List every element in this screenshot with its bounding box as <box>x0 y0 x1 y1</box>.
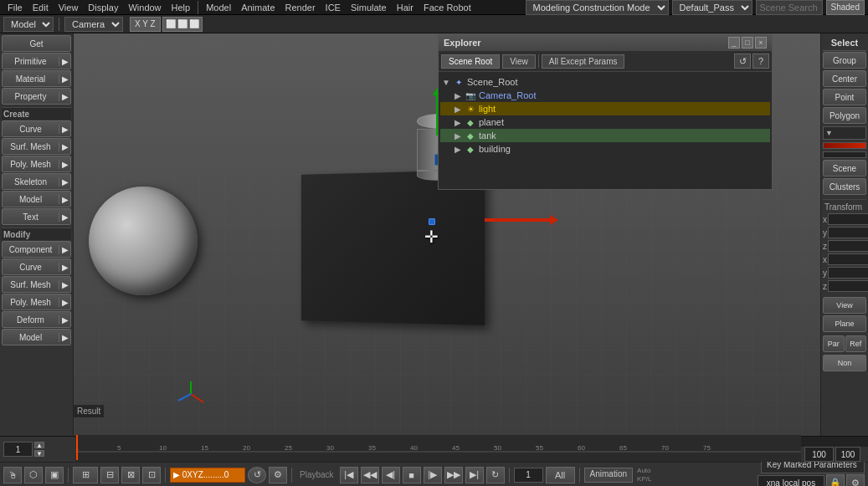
menu-display[interactable]: Display <box>84 2 122 13</box>
pb-stop[interactable]: ■ <box>403 467 421 483</box>
ref-button[interactable]: Ref <box>845 335 867 352</box>
non-button[interactable]: Non <box>823 355 866 371</box>
select-dropdown-field[interactable]: ▼ <box>823 126 866 140</box>
menu-ice[interactable]: ICE <box>321 2 345 13</box>
component-button[interactable]: Component ▶ <box>2 241 71 258</box>
color-slider-1[interactable] <box>823 142 866 149</box>
tab-view[interactable]: View <box>502 54 536 69</box>
z2-value-input[interactable] <box>828 280 868 292</box>
pb-loop[interactable]: ↻ <box>486 467 505 483</box>
plane-button[interactable]: Plane <box>823 315 866 332</box>
explorer-close-button[interactable]: × <box>755 37 767 49</box>
modeling-mode-dropdown[interactable]: Modeling Construction Mode <box>526 0 669 15</box>
explorer-help-button[interactable]: ? <box>752 54 769 69</box>
surf-mesh-button[interactable]: Surf. Mesh ▶ <box>2 138 71 155</box>
skeleton-button[interactable]: Skeleton ▶ <box>2 173 71 190</box>
tree-item-building[interactable]: ▶ ◆ building <box>440 142 770 156</box>
tree-item-light[interactable]: ▶ ☀ light <box>440 102 770 115</box>
tool-btn-4[interactable]: ⊞ <box>73 467 98 483</box>
tool-btn-2[interactable]: ⬡ <box>24 467 43 483</box>
tree-item-camera-root[interactable]: ▶ 📷 Camera_Root <box>440 89 770 102</box>
material-button[interactable]: Material ▶ <box>2 70 71 87</box>
mode-selector[interactable]: Model <box>3 17 54 32</box>
deform-button[interactable]: Deform ▶ <box>2 311 71 328</box>
pb-settings2-button[interactable]: ⚙ <box>846 474 865 486</box>
tree-item-scene-root[interactable]: ▼ ✦ Scene_Root <box>440 75 770 89</box>
viewport[interactable]: ✛ Result Explorer _ □ × Scene Root <box>74 33 820 436</box>
point-button[interactable]: Point <box>823 89 866 105</box>
menu-face-robot[interactable]: Face Robot <box>419 2 475 13</box>
menu-help[interactable]: Help <box>167 2 195 13</box>
xna-local-pos-input[interactable] <box>758 475 824 486</box>
animation-button[interactable]: Animation <box>584 468 633 483</box>
pb-settings-button[interactable]: ⚙ <box>269 467 287 483</box>
explorer-refresh-button[interactable]: ↺ <box>734 54 751 69</box>
poly-mesh-mod-button[interactable]: Poly. Mesh ▶ <box>2 294 71 310</box>
property-button[interactable]: Property ▶ <box>2 88 71 105</box>
menu-edit[interactable]: Edit <box>28 2 53 13</box>
par-button[interactable]: Par <box>823 335 845 352</box>
tab-scene-root[interactable]: Scene Root <box>441 54 500 69</box>
pb-lock-button[interactable]: 🔒 <box>826 474 845 486</box>
default-pass-dropdown[interactable]: Default_Pass <box>672 0 752 15</box>
timeline-end-field[interactable] <box>804 447 834 462</box>
pb-goto-start[interactable]: |◀ <box>340 467 358 483</box>
menu-window[interactable]: Window <box>124 2 165 13</box>
curve-button[interactable]: Curve ▶ <box>2 120 71 137</box>
tool-btn-7[interactable]: ⊡ <box>142 467 161 483</box>
pb-loop-button[interactable]: ↺ <box>248 467 266 483</box>
y2-axis-label: y <box>823 269 827 278</box>
menu-view[interactable]: View <box>54 2 83 13</box>
curve-mod-button[interactable]: Curve ▶ <box>2 258 71 275</box>
z-value-input[interactable] <box>828 240 868 252</box>
x2-value-input[interactable] <box>828 253 868 265</box>
menu-hair[interactable]: Hair <box>393 2 418 13</box>
center-button[interactable]: Center <box>823 70 866 87</box>
poly-mesh-button[interactable]: Poly. Mesh ▶ <box>2 156 71 172</box>
pb-next-frame[interactable]: ▶▶ <box>444 467 463 483</box>
menu-model[interactable]: Model <box>202 2 235 13</box>
primitive-button[interactable]: Primitive ▶ <box>2 53 71 69</box>
scene-button[interactable]: Scene <box>823 160 866 176</box>
clusters-button[interactable]: Clusters <box>823 178 866 195</box>
menu-animate[interactable]: Animate <box>237 2 279 13</box>
auto-label: Auto <box>637 467 651 474</box>
scene-search-input[interactable] <box>756 0 823 15</box>
pb-goto-end[interactable]: ▶| <box>465 467 484 483</box>
text-button[interactable]: Text ▶ <box>2 208 71 225</box>
get-button[interactable]: Get <box>2 35 71 52</box>
pb-prev-key[interactable]: ◀| <box>382 467 400 483</box>
pb-all-button[interactable]: All <box>546 467 575 483</box>
tree-item-planet[interactable]: ▶ ◆ planet <box>440 115 770 129</box>
x-value-input[interactable] <box>828 213 868 225</box>
tool-btn-5[interactable]: ⊟ <box>100 467 119 483</box>
frame-range-input[interactable] <box>170 468 245 483</box>
color-slider-2[interactable] <box>823 151 866 158</box>
pb-next-key[interactable]: |▶ <box>424 467 442 483</box>
y-value-input[interactable] <box>828 227 868 238</box>
view-button[interactable]: View <box>823 297 866 314</box>
timeline-start-field[interactable] <box>3 442 33 457</box>
timeline-down-button[interactable]: ▼ <box>34 450 44 457</box>
tool-btn-3[interactable]: ▣ <box>45 467 64 483</box>
tool-btn-1[interactable]: 🖱 <box>3 467 22 483</box>
timeline-up-button[interactable]: ▲ <box>34 442 44 448</box>
tree-item-tank[interactable]: ▶ ◆ tank <box>440 129 770 142</box>
y2-value-input[interactable] <box>828 267 868 279</box>
explorer-minimize-button[interactable]: _ <box>728 37 740 49</box>
explorer-maximize-button[interactable]: □ <box>742 37 753 49</box>
group-button[interactable]: Group <box>823 52 866 69</box>
current-frame-input[interactable] <box>514 468 543 483</box>
polygon-button[interactable]: Polygon <box>823 107 866 124</box>
timeline-current-out[interactable] <box>835 447 860 462</box>
tab-all-except-params[interactable]: All Except Params <box>542 54 625 69</box>
tool-btn-6[interactable]: ⊠ <box>121 467 140 483</box>
menu-file[interactable]: File <box>3 2 27 13</box>
menu-render[interactable]: Render <box>281 2 320 13</box>
model-create-button[interactable]: Model ▶ <box>2 191 71 207</box>
pb-prev-frame[interactable]: ◀◀ <box>361 467 379 483</box>
camera-selector[interactable]: Camera <box>64 17 123 32</box>
model-mod-button[interactable]: Model ▶ <box>2 329 71 345</box>
surf-mesh-mod-button[interactable]: Surf. Mesh ▶ <box>2 276 71 293</box>
menu-simulate[interactable]: Simulate <box>347 2 391 13</box>
